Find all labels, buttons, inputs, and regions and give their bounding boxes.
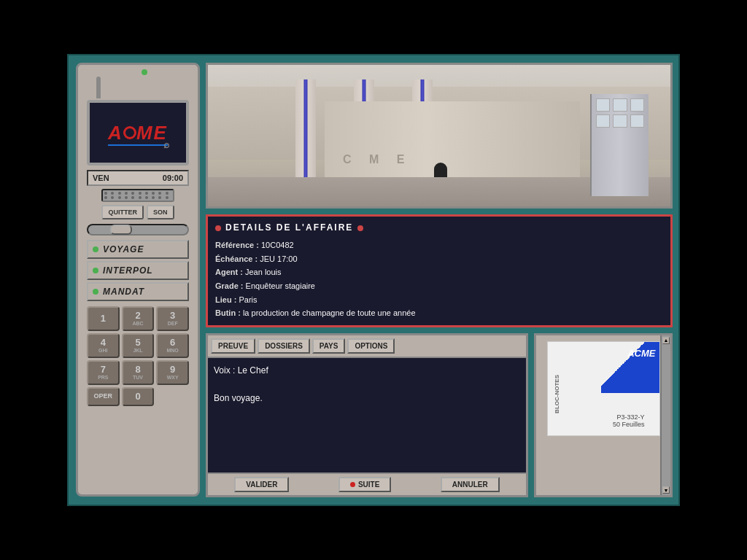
slider-thumb (110, 225, 132, 235)
title-dot-left (215, 225, 221, 231)
detail-reference: Référence : 10C0482 (215, 239, 663, 252)
quit-button[interactable]: QUITTER (101, 205, 144, 219)
key-5[interactable]: 5JKL (122, 333, 155, 358)
scroll-up-arrow[interactable]: ▲ (662, 337, 670, 344)
day-label: VEN (93, 174, 109, 182)
speaker-hole (131, 196, 134, 199)
menu-dot-mandat (93, 289, 98, 295)
speaker-hole (111, 192, 114, 195)
bloc-notes-label: BLOC-NOTES (554, 375, 560, 413)
detail-lieu: Lieu : Paris (215, 294, 663, 307)
speaker-hole (158, 192, 161, 195)
speaker-hole (145, 196, 148, 199)
lieu-label: Lieu (215, 295, 232, 304)
speaker-hole (125, 196, 128, 199)
menu-dot-interpol (93, 268, 98, 273)
reference-value: 10C0482 (261, 241, 294, 249)
acme-logo-o (123, 126, 136, 139)
notepad-ref: P3-332-Y (613, 413, 645, 421)
speaker-hole (145, 192, 148, 195)
key-8[interactable]: 8TUV (122, 360, 155, 385)
speaker-hole (166, 196, 169, 199)
building-acme-text: C M E (343, 153, 411, 166)
key-oper[interactable]: OPER (87, 387, 120, 406)
scroll-down-arrow[interactable]: ▼ (662, 486, 670, 494)
time-label: 09:00 (163, 174, 183, 182)
menu-label-interpol: INTERPOL (103, 265, 153, 276)
notepad-paper: ACME BLOC-NOTES P3-332-Y 50 Feuilles (547, 341, 660, 436)
antenna-ball (142, 69, 147, 75)
acme-logo-a: A (108, 122, 123, 144)
content-buttons-bar: PREUVE DOSSIERS PAYS OPTIONS (208, 335, 526, 358)
title-dot-right (357, 225, 363, 231)
volume-slider[interactable] (87, 224, 189, 236)
key-1[interactable]: 1 (87, 306, 120, 331)
speaker-hole (152, 196, 155, 199)
detail-agent: Agent : Jean louis (215, 266, 663, 279)
speaker-hole (104, 196, 107, 199)
detail-grade: Grade : Enquêteur stagiaire (215, 280, 663, 293)
dossiers-button[interactable]: DOSSIERS (258, 338, 310, 354)
speaker-hole (131, 192, 134, 195)
key-4[interactable]: 4GHI (87, 333, 120, 358)
datetime-display: VEN 09:00 (87, 170, 189, 186)
speaker-hole (158, 196, 161, 199)
reference-label: Référence (215, 241, 254, 249)
message-area: Voix : Le Chef Bon voyage. (208, 358, 526, 472)
butin-value: la production de champagne de toute une … (243, 308, 416, 317)
notepad-scrollbar[interactable]: ▲ ▼ (660, 335, 670, 495)
speaker-hole (118, 196, 121, 199)
main-app: AME ⌕ VEN 09:00 (67, 54, 680, 506)
grade-label: Grade (215, 281, 239, 290)
grade-value: Enquêteur stagiaire (246, 281, 315, 290)
suite-button[interactable]: SUITE (338, 477, 391, 492)
speaker-grille (101, 189, 174, 202)
detail-butin: Butin : la production de champagne de to… (215, 307, 663, 320)
menu-item-interpol[interactable]: INTERPOL (87, 261, 189, 280)
building-photo: C M E (208, 65, 670, 206)
phone-screen: AME ⌕ (87, 100, 189, 166)
details-title-bar: DETAILS DE L'AFFAIRE (215, 221, 663, 235)
valider-button[interactable]: VALIDER (234, 477, 289, 492)
pays-button[interactable]: PAYS (312, 338, 346, 354)
details-title: DETAILS DE L'AFFAIRE (225, 221, 353, 235)
key-2[interactable]: 2ABC (122, 306, 155, 331)
key-7[interactable]: 7PRS (87, 360, 120, 385)
menu-label-mandat: MANDAT (103, 287, 144, 297)
echeance-value: JEU 17:00 (260, 254, 297, 263)
left-panel: AME ⌕ VEN 09:00 (76, 63, 200, 497)
photo-area: C M E (206, 63, 673, 209)
speaker-hole (152, 192, 155, 195)
suite-label: SUITE (358, 481, 379, 489)
action-buttons-bar: VALIDER SUITE ANNULER (208, 472, 526, 495)
notepad-acme-text: ACME (627, 348, 655, 359)
bottom-area: PREUVE DOSSIERS PAYS OPTIONS Voix : Le C… (206, 333, 673, 497)
menu-dot-voyage (93, 246, 98, 252)
suite-dot (350, 482, 355, 487)
agent-value: Jean louis (245, 268, 282, 276)
details-panel: DETAILS DE L'AFFAIRE Référence : 10C0482… (206, 214, 673, 327)
notepad-sheets: 50 Feuilles (613, 421, 645, 428)
lieu-value: Paris (239, 295, 257, 304)
key-3[interactable]: 3DEF (156, 306, 189, 331)
antenna (96, 77, 101, 98)
annuler-button[interactable]: ANNULER (441, 477, 500, 492)
speaker-hole (139, 196, 142, 199)
key-9[interactable]: 9WXY (156, 360, 189, 385)
content-left: PREUVE DOSSIERS PAYS OPTIONS Voix : Le C… (206, 333, 528, 497)
key-0[interactable]: 0 (122, 387, 155, 406)
control-buttons-row: QUITTER SON (101, 205, 174, 219)
agent-label: Agent (215, 268, 238, 276)
options-button[interactable]: OPTIONS (347, 338, 395, 354)
preuve-button[interactable]: PREUVE (211, 338, 255, 354)
notepad-area: ▲ ▼ ACME BLOC-NOTES P3-332-Y 50 Feuilles (534, 333, 673, 497)
detail-echeance: Échéance : JEU 17:00 (215, 253, 663, 266)
message-text: Bon voyage. (214, 392, 520, 405)
key-6[interactable]: 6MNO (156, 333, 189, 358)
sound-button[interactable]: SON (147, 205, 174, 219)
menu-item-mandat[interactable]: MANDAT (87, 282, 189, 301)
keypad: 1 2ABC 3DEF 4GHI 5JKL 6MNO 7PRS 8TUV 9WX… (87, 306, 189, 406)
speaker-hole (166, 192, 169, 195)
speaker-hole (104, 192, 107, 195)
menu-item-voyage[interactable]: VOYAGE (87, 240, 189, 259)
